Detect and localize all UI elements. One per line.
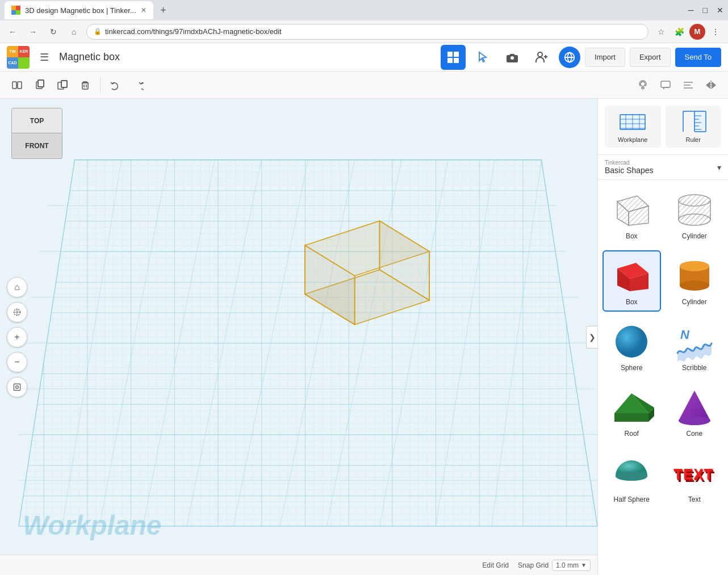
browser-title-bar: 3D design Magnetic box | Tinker... ✕ + ─… xyxy=(0,0,728,20)
svg-rect-13 xyxy=(61,81,67,87)
light-bulb-button[interactable] xyxy=(633,75,653,95)
forward-button[interactable]: → xyxy=(25,24,41,40)
shape-cone-label: Cone xyxy=(686,430,702,438)
shape-box-solid-label: Box xyxy=(626,298,638,306)
pick-tool-button[interactable] xyxy=(470,45,495,70)
edit-grid-button[interactable]: Edit Grid xyxy=(482,561,509,569)
reload-button[interactable]: ↻ xyxy=(45,24,61,40)
tab-title: 3D design Magnetic box | Tinker... xyxy=(25,6,136,15)
lock-icon: 🔒 xyxy=(94,28,102,35)
sphere-svg xyxy=(609,322,654,362)
scribble-icon: N xyxy=(672,322,717,362)
half-sphere-svg xyxy=(609,454,654,493)
redo-button[interactable] xyxy=(128,75,148,95)
svg-point-18 xyxy=(641,82,645,86)
app-title: Magnetic box xyxy=(59,51,120,63)
profile-avatar[interactable]: M xyxy=(689,24,705,40)
box-solid-icon xyxy=(609,256,654,296)
redo-icon xyxy=(132,79,144,91)
main-area: TOP FRONT ⌂ + − xyxy=(0,99,728,575)
align-left-button[interactable] xyxy=(678,75,698,95)
shape-half-sphere[interactable]: Half Sphere xyxy=(603,448,661,509)
cylinder-outline-svg xyxy=(672,190,717,230)
cone-icon xyxy=(672,388,717,427)
maximize-button[interactable]: □ xyxy=(703,6,708,15)
svg-point-88 xyxy=(680,280,709,291)
cone-svg xyxy=(672,388,717,427)
close-button[interactable]: ✕ xyxy=(717,6,723,15)
ruler-tool-button[interactable]: Ruler xyxy=(666,106,722,148)
duplicate-button[interactable] xyxy=(52,75,73,95)
header-right: Import Export Send To xyxy=(441,45,721,70)
roof-icon xyxy=(609,388,654,427)
panel-collapse-button[interactable]: ❯ xyxy=(586,326,597,349)
workplane-icon xyxy=(619,110,646,133)
svg-rect-63 xyxy=(694,111,706,132)
camera-button[interactable] xyxy=(500,45,525,70)
hamburger-menu-button[interactable]: ☰ xyxy=(36,49,52,66)
extension-button[interactable]: 🧩 xyxy=(671,24,687,40)
address-bar[interactable]: 🔒 tinkercad.com/things/97imdxbAChJ-magne… xyxy=(86,24,648,40)
shape-sphere[interactable]: Sphere xyxy=(603,316,661,377)
workplane-grid xyxy=(0,99,597,575)
minimize-button[interactable]: ─ xyxy=(688,6,694,15)
library-info: Tinkercad Basic Shapes xyxy=(605,160,654,175)
import-button[interactable]: Import xyxy=(585,48,625,67)
world-icon xyxy=(563,51,576,64)
svg-text:N: N xyxy=(680,328,690,342)
bookmark-button[interactable]: ☆ xyxy=(653,24,669,40)
workplane-tool-button[interactable]: Workplane xyxy=(605,106,661,148)
tinkercad-logo[interactable]: TIN KER CAD xyxy=(7,46,30,69)
new-tab-button[interactable]: + xyxy=(156,2,171,18)
workplane-svg-icon xyxy=(619,110,646,133)
grid-view-button[interactable] xyxy=(441,45,466,70)
camera-icon xyxy=(505,51,519,64)
svg-point-80 xyxy=(679,214,710,225)
shape-cylinder-solid-label: Cylinder xyxy=(682,298,707,306)
svg-rect-15 xyxy=(82,83,88,89)
shape-text-3d[interactable]: TEXT TEXT TEXT Text xyxy=(666,448,724,509)
shape-cone[interactable]: Cone xyxy=(666,382,724,443)
undo-button[interactable] xyxy=(105,75,125,95)
workplane-tool-label: Workplane xyxy=(618,136,647,143)
toolbar-divider-1 xyxy=(100,77,101,93)
shape-scribble[interactable]: N Scribble xyxy=(666,316,724,377)
speech-bubble-button[interactable] xyxy=(655,75,676,95)
copy-button[interactable] xyxy=(30,75,50,95)
lightbulb-icon xyxy=(637,79,648,91)
settings-button[interactable]: ⋮ xyxy=(708,24,723,40)
sphere-icon xyxy=(609,322,654,362)
add-user-button[interactable] xyxy=(529,45,554,70)
svg-marker-93 xyxy=(614,413,648,422)
library-name: Basic Shapes xyxy=(605,166,654,175)
library-dropdown-arrow[interactable]: ▾ xyxy=(717,163,721,172)
shape-cylinder-solid[interactable]: Cylinder xyxy=(666,250,724,312)
cylinder-outline-icon xyxy=(672,190,717,230)
pick-icon xyxy=(476,51,489,64)
group-button[interactable] xyxy=(7,75,27,95)
shape-roof[interactable]: Roof xyxy=(603,382,661,443)
snap-grid-value: 1.0 mm xyxy=(556,561,579,569)
ruler-tool-label: Ruler xyxy=(686,136,701,143)
svg-rect-10 xyxy=(38,80,44,87)
snap-grid-dropdown[interactable]: 1.0 mm ▼ xyxy=(552,560,591,571)
svg-rect-19 xyxy=(661,81,670,87)
shape-box-outline[interactable]: Box xyxy=(603,184,661,246)
shape-half-sphere-label: Half Sphere xyxy=(614,496,650,503)
delete-button[interactable] xyxy=(75,75,95,95)
mirror-button[interactable] xyxy=(701,75,721,95)
back-button[interactable]: ← xyxy=(5,24,20,40)
send-to-button[interactable]: Send To xyxy=(675,48,721,67)
shape-box-solid[interactable]: Box xyxy=(603,250,661,312)
svg-rect-2 xyxy=(447,58,453,63)
export-button[interactable]: Export xyxy=(630,48,671,67)
viewport[interactable]: TOP FRONT ⌂ + − xyxy=(0,99,597,575)
comment-icon xyxy=(660,79,671,91)
browser-tab[interactable]: 3D design Magnetic box | Tinker... ✕ xyxy=(5,1,153,19)
add-user-icon xyxy=(535,51,549,64)
home-button[interactable]: ⌂ xyxy=(66,24,82,40)
shape-cylinder-outline[interactable]: Cylinder xyxy=(666,184,724,246)
world-icon-button[interactable] xyxy=(559,47,580,68)
svg-marker-24 xyxy=(706,82,710,88)
tab-close-icon[interactable]: ✕ xyxy=(141,6,147,14)
